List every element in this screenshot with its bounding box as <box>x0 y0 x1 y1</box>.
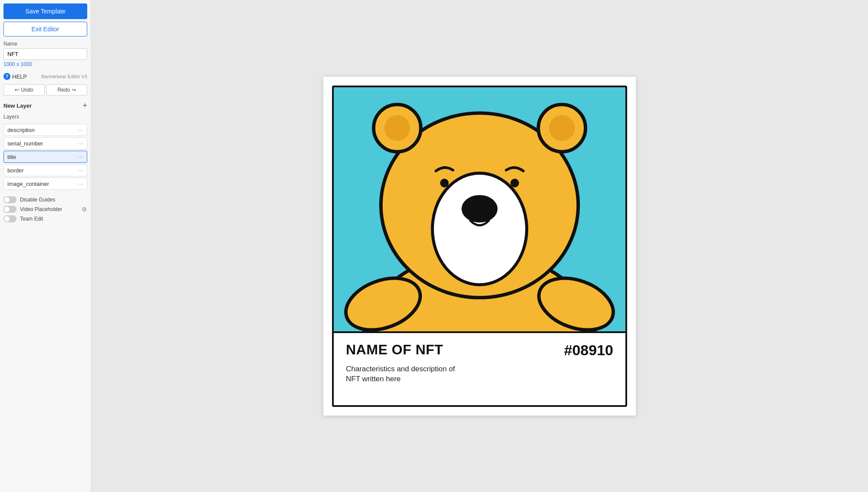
main-canvas-area: NAME OF NFT #08910 Characteristics and d… <box>91 0 868 492</box>
name-label: Name <box>3 41 87 47</box>
svg-point-9 <box>510 178 519 187</box>
layer-label: serial_number <box>7 140 43 147</box>
new-layer-row: New Layer + <box>3 102 87 109</box>
nft-card[interactable]: NAME OF NFT #08910 Characteristics and d… <box>332 86 627 407</box>
svg-point-11 <box>549 115 575 141</box>
undo-redo-row: ↩ Undo Redo ↪ <box>3 84 87 96</box>
layer-menu-dots[interactable]: ··· <box>78 153 83 160</box>
toggle-label-disable-guides: Disable Guides <box>20 197 55 203</box>
nft-info-area: NAME OF NFT #08910 Characteristics and d… <box>334 331 625 405</box>
undo-button[interactable]: ↩ Undo <box>3 84 45 96</box>
editor-version: Bannerbear Editor V3 <box>41 74 87 79</box>
layer-label: border <box>7 167 24 174</box>
dimensions-link[interactable]: 1000 x 1000 <box>3 61 32 67</box>
help-icon: ? <box>3 73 10 80</box>
toggle-row-team-edit: Team Edit <box>3 215 87 222</box>
toggle-video-placeholder[interactable] <box>3 206 16 213</box>
svg-point-10 <box>385 115 410 141</box>
nft-title: NAME OF NFT <box>346 342 443 358</box>
add-layer-button[interactable]: + <box>82 102 87 109</box>
layers-section-label: Layers <box>3 114 87 120</box>
help-row: ? HELP Bannerbear Editor V3 <box>3 73 87 80</box>
layer-label: image_container <box>7 181 49 187</box>
help-label: HELP <box>12 73 27 80</box>
layer-menu-dots[interactable]: ··· <box>78 126 83 133</box>
bear-container <box>334 87 625 331</box>
redo-button[interactable]: Redo ↪ <box>46 84 88 96</box>
toggle-row-video-placeholder: Video Placeholder⚙ <box>3 206 87 213</box>
exit-editor-button[interactable]: Exit Editor <box>3 22 87 36</box>
layers-list: description···serial_number···title···bo… <box>3 124 87 191</box>
canvas-wrapper: NAME OF NFT #08910 Characteristics and d… <box>323 77 636 416</box>
new-layer-label: New Layer <box>3 102 32 109</box>
redo-icon: ↪ <box>72 87 76 93</box>
layer-item-title[interactable]: title··· <box>3 151 87 163</box>
toggle-row-disable-guides: Disable Guides <box>3 196 87 203</box>
svg-point-8 <box>440 178 449 187</box>
layer-item-border[interactable]: border··· <box>3 164 87 176</box>
layer-menu-dots[interactable]: ··· <box>78 167 83 174</box>
undo-label: Undo <box>21 87 33 93</box>
svg-point-7 <box>461 195 497 222</box>
name-section: Name 1000 x 1000 <box>3 41 87 68</box>
layer-label: description <box>7 127 35 133</box>
save-template-button[interactable]: Save Template <box>3 3 87 19</box>
toggles-list: Disable GuidesVideo Placeholder⚙Team Edi… <box>3 194 87 222</box>
layer-item-image_container[interactable]: image_container··· <box>3 178 87 190</box>
svg-point-6 <box>432 173 526 284</box>
layer-menu-dots[interactable]: ··· <box>78 180 83 187</box>
layer-item-serial_number[interactable]: serial_number··· <box>3 137 87 149</box>
sidebar: Save Template Exit Editor Name 1000 x 10… <box>0 0 91 492</box>
nft-description: Characteristics and description ofNFT wr… <box>346 364 613 385</box>
toggle-team-edit[interactable] <box>3 215 16 222</box>
bear-svg <box>334 87 625 331</box>
undo-icon: ↩ <box>15 87 19 93</box>
help-badge[interactable]: ? HELP <box>3 73 27 80</box>
toggle-label-video-placeholder: Video Placeholder <box>20 206 62 212</box>
nft-image-area <box>334 87 625 331</box>
layer-item-description[interactable]: description··· <box>3 124 87 136</box>
nft-serial: #08910 <box>564 342 613 359</box>
toggle-disable-guides[interactable] <box>3 196 16 203</box>
nft-title-row: NAME OF NFT #08910 <box>346 342 613 359</box>
redo-label: Redo <box>57 87 70 93</box>
toggle-label-team-edit: Team Edit <box>20 216 43 222</box>
name-input[interactable] <box>3 48 87 60</box>
layer-menu-dots[interactable]: ··· <box>78 140 83 147</box>
gear-icon-video-placeholder[interactable]: ⚙ <box>82 206 87 213</box>
layer-label: title <box>7 154 16 160</box>
